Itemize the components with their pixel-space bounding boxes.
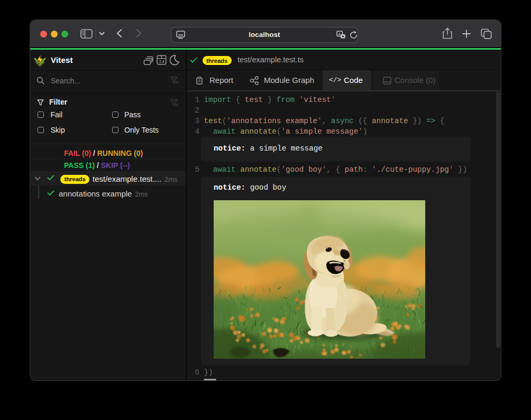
svg-text:A: A xyxy=(338,32,341,36)
svg-text:3.: 3. xyxy=(159,60,164,64)
